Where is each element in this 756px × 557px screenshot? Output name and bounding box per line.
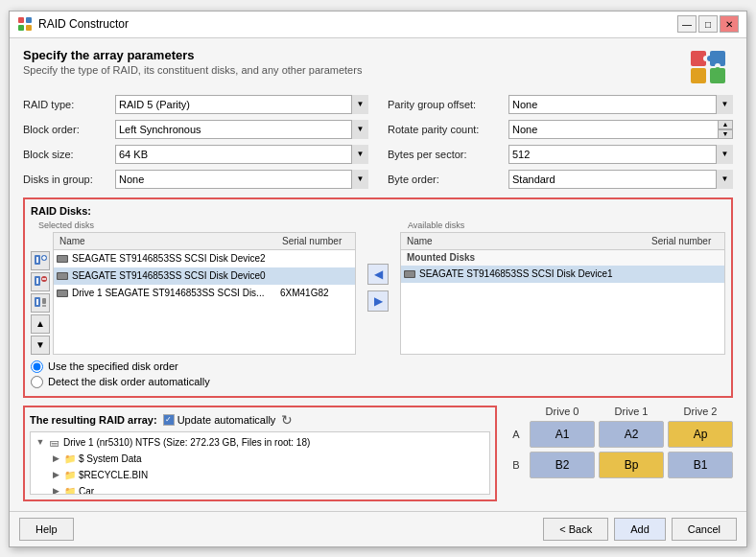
drive-cell-b1: Bp — [599, 452, 664, 478]
tree-expand-drive[interactable]: ▼ — [35, 436, 46, 448]
rotate-parity-row: Rotate parity count: None ▲ ▼ — [388, 119, 733, 140]
raid-disks-section: RAID Disks: Selected disks — [23, 197, 733, 398]
byte-order-select[interactable]: Standard — [508, 170, 733, 189]
remove-disk-button[interactable] — [31, 272, 50, 291]
folder-recycle-icon: 📁 — [63, 468, 77, 481]
row-label-a: A — [507, 429, 526, 440]
tree-item-car1[interactable]: ▶ 📁 Car — [33, 483, 487, 495]
tree-item-recycle[interactable]: ▶ 📁 $RECYCLE.BIN — [33, 467, 487, 483]
transfer-right-button[interactable]: ▶ — [367, 290, 389, 312]
selected-disks-label: Selected disks — [31, 220, 356, 230]
table-row[interactable]: SEAGATE ST9146853SS SCSI Disk Device2 — [54, 250, 355, 267]
block-order-select-wrapper: Left Synchronous ▼ — [115, 120, 368, 139]
block-size-select-wrapper: 64 KB ▼ — [115, 145, 368, 164]
table-row[interactable]: SEAGATE ST9146853SS SCSI Disk Device0 — [54, 267, 355, 285]
bottom-section: The resulting RAID array: ✓ Update autom… — [23, 406, 733, 501]
available-disks-label: Available disks — [400, 220, 725, 230]
bytes-per-sector-select[interactable]: 512 — [508, 145, 733, 164]
drive-col-1: Drive 1 — [599, 406, 664, 417]
window-controls: — □ ✕ — [677, 15, 739, 33]
radio-detect-label: Detect the disk order automatically — [48, 376, 210, 387]
disk-icon-1 — [56, 269, 69, 283]
radio-specified-input[interactable] — [31, 360, 43, 373]
tree-label-car1: Car — [79, 486, 94, 495]
rotate-parity-spinner: None ▲ ▼ — [508, 120, 733, 139]
transfer-left-button[interactable]: ◀ — [367, 264, 389, 285]
maximize-button[interactable]: □ — [698, 15, 718, 33]
disk-group-mounted: Mounted Disks — [401, 250, 724, 266]
tree-item-drive[interactable]: ▼ 🖴 Drive 1 (nr5310) NTFS (Size: 272.23 … — [33, 434, 487, 451]
add-disk-button[interactable] — [31, 251, 50, 270]
bytes-per-sector-label: Bytes per sector: — [388, 149, 503, 160]
block-order-select[interactable]: Left Synchronous — [115, 120, 368, 139]
raid-type-select[interactable]: RAID 5 (Parity) — [115, 95, 368, 114]
app-icon — [17, 16, 33, 32]
main-content: Specify the array parameters Specify the… — [10, 38, 746, 511]
available-disk-list: Name Serial number Mounted Disks SEAGATE… — [400, 232, 725, 355]
help-button[interactable]: Help — [19, 518, 74, 541]
svg-rect-32 — [405, 271, 414, 277]
selected-name-header: Name — [54, 236, 278, 246]
tree-expand-recycle[interactable]: ▶ — [50, 469, 61, 480]
radio-specified-order: Use the specified disk order — [31, 360, 725, 373]
selected-disk-list: Name Serial number SEAGATE ST9146853SS S… — [53, 232, 356, 355]
raid-result-title: The resulting RAID array: — [30, 414, 157, 426]
radio-detect-input[interactable] — [31, 376, 43, 388]
move-up-button[interactable]: ▲ — [31, 314, 50, 334]
disk-order-radio-section: Use the specified disk order Detect the … — [31, 359, 725, 390]
svg-rect-2 — [18, 25, 24, 31]
minimize-button[interactable]: — — [677, 15, 697, 33]
parity-offset-select[interactable]: None — [508, 95, 733, 114]
disks-in-group-label: Disks in group: — [23, 174, 109, 185]
update-label: Update automatically — [177, 414, 276, 426]
avail-disk-icon-0 — [403, 267, 416, 281]
disks-in-group-select[interactable]: None — [115, 170, 368, 189]
tree-expand-system[interactable]: ▶ — [50, 453, 61, 464]
update-checkbox[interactable]: ✓ — [163, 414, 175, 426]
byte-order-select-wrapper: Standard ▼ — [508, 170, 733, 189]
params-grid: RAID type: RAID 5 (Parity) ▼ Block order… — [23, 94, 733, 190]
list-item[interactable]: SEAGATE ST9146853SS SCSI Disk Device1 — [401, 266, 724, 283]
disk-name-1: SEAGATE ST9146853SS SCSI Disk Device0 — [72, 270, 276, 281]
refresh-icon[interactable]: ↻ — [281, 412, 293, 428]
add-button[interactable]: Add — [614, 518, 666, 541]
svg-point-11 — [715, 67, 721, 73]
block-size-select[interactable]: 64 KB — [115, 145, 368, 164]
move-down-button[interactable]: ▼ — [31, 336, 50, 355]
edit-disk-button[interactable] — [31, 293, 50, 313]
close-button[interactable]: ✕ — [720, 15, 739, 33]
main-window: RAID Constructor — □ ✕ Specify the array… — [9, 11, 747, 547]
disk-toolbar: ▲ ▼ — [31, 232, 50, 355]
table-row[interactable]: Drive 1 SEAGATE ST9146853SS SCSI Dis... … — [54, 285, 355, 302]
back-button[interactable]: < Back — [543, 518, 608, 541]
tree-label-drive: Drive 1 (nr5310) NTFS (Size: 272.23 GB, … — [63, 437, 310, 448]
selected-disk-header: Name Serial number — [54, 233, 355, 250]
folder-car1-icon: 📁 — [63, 484, 77, 495]
tree-expand-car1[interactable]: ▶ — [50, 485, 61, 495]
rotate-parity-up[interactable]: ▲ — [718, 120, 733, 129]
cancel-button[interactable]: Cancel — [672, 518, 737, 541]
svg-rect-23 — [42, 298, 46, 304]
raid-type-label: RAID type: — [23, 99, 109, 110]
drive-cell-b0: B2 — [530, 452, 595, 478]
drive-grid-row-a: A A1 A2 Ap — [507, 421, 733, 448]
tree-item-system-data[interactable]: ▶ 📁 $ System Data — [33, 451, 487, 467]
transfer-buttons: ◀ ▶ — [364, 220, 392, 355]
disks-in-group-select-wrapper: None ▼ — [115, 170, 368, 189]
parity-group-offset-row: Parity group offset: None ▼ — [388, 94, 733, 115]
radio-detect-order: Detect the disk order automatically — [31, 376, 725, 388]
drive-col-0: Drive 0 — [530, 406, 595, 417]
tree-label-system: $ System Data — [79, 453, 142, 464]
byte-order-label: Byte order: — [388, 174, 503, 185]
rotate-parity-label: Rotate parity count: — [388, 124, 503, 135]
block-order-row: Block order: Left Synchronous ▼ — [23, 119, 368, 140]
raid-disks-title: RAID Disks: — [31, 205, 725, 217]
drive-cell-b2: B1 — [668, 452, 733, 478]
disk-name-0: SEAGATE ST9146853SS SCSI Disk Device2 — [72, 253, 276, 264]
avail-disk-name-0: SEAGATE ST9146853SS SCSI Disk Device1 — [419, 268, 646, 279]
svg-rect-18 — [36, 278, 38, 284]
radio-specified-label: Use the specified disk order — [48, 360, 178, 372]
rotate-parity-down[interactable]: ▼ — [718, 129, 733, 139]
rotate-parity-input[interactable]: None — [508, 120, 718, 139]
drive-cell-a2: Ap — [668, 421, 733, 448]
